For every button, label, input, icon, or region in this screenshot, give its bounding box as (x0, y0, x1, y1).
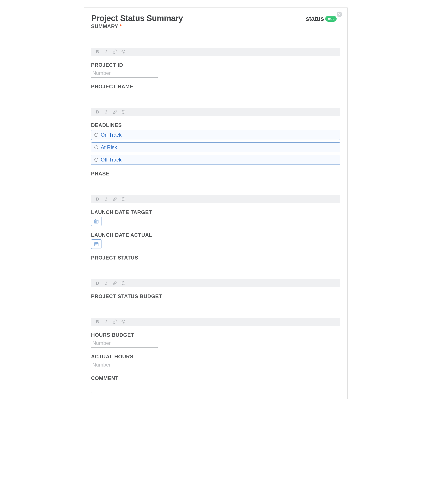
phase-input[interactable] (92, 178, 340, 195)
svg-point-0 (122, 50, 125, 54)
project-id-input[interactable] (91, 69, 158, 78)
svg-point-15 (123, 321, 123, 322)
emoji-button[interactable] (121, 197, 126, 201)
richtext-project-status-budget: B I (91, 301, 340, 326)
label-summary-text: SUMMARY (91, 23, 118, 29)
radio-icon (94, 158, 98, 162)
label-hours-budget: HOURS BUDGET (91, 332, 340, 338)
field-comment: COMMENT (91, 375, 340, 393)
radio-option-on-track[interactable]: On Track (91, 130, 340, 140)
actual-hours-input[interactable] (91, 361, 158, 369)
logo-badge: net (325, 16, 337, 22)
toolbar-project-name: B I (92, 108, 340, 116)
link-icon (113, 110, 117, 114)
label-actual-hours: ACTUAL HOURS (91, 354, 340, 360)
svg-point-3 (122, 110, 125, 114)
summary-input[interactable] (92, 31, 340, 48)
deadlines-radio-group: On Track At Risk Off Track (91, 130, 340, 165)
label-launch-target: LAUNCH DATE TARGET (91, 209, 340, 215)
field-phase: PHASE B I (91, 171, 340, 203)
svg-point-13 (124, 283, 124, 283)
calendar-icon (94, 219, 99, 224)
radio-label: Off Track (101, 157, 122, 163)
italic-button[interactable]: I (104, 110, 109, 114)
svg-point-1 (123, 51, 123, 52)
emoji-button[interactable] (121, 281, 126, 286)
svg-point-12 (123, 283, 123, 283)
bold-button[interactable]: B (95, 197, 100, 201)
link-button[interactable] (112, 197, 117, 201)
svg-point-5 (124, 111, 124, 112)
toolbar-phase: B I (92, 195, 340, 203)
svg-point-7 (123, 198, 123, 199)
bold-button[interactable]: B (95, 281, 100, 286)
field-summary: SUMMARY * B I (91, 23, 340, 56)
toolbar-summary: B I (92, 48, 340, 56)
field-launch-target: LAUNCH DATE TARGET (91, 209, 340, 226)
field-actual-hours: ACTUAL HOURS (91, 354, 340, 369)
toolbar-project-status: B I (92, 279, 340, 287)
project-status-input[interactable] (92, 262, 340, 279)
date-picker-target[interactable] (91, 217, 101, 226)
richtext-project-status: B I (91, 262, 340, 287)
field-project-id: PROJECT ID (91, 62, 340, 78)
link-icon (113, 197, 117, 201)
field-project-status: PROJECT STATUS B I (91, 255, 340, 287)
field-project-name: PROJECT NAME B I (91, 84, 340, 116)
label-phase: PHASE (91, 171, 340, 177)
svg-point-14 (122, 320, 125, 324)
field-project-status-budget: PROJECT STATUS BUDGET B I (91, 293, 340, 326)
radio-label: At Risk (101, 144, 117, 150)
label-project-id: PROJECT ID (91, 62, 340, 68)
link-button[interactable] (112, 281, 117, 286)
required-indicator: * (120, 23, 122, 29)
label-launch-actual: LAUNCH DATE ACTUAL (91, 232, 340, 238)
comment-input[interactable] (92, 383, 340, 393)
emoji-icon (121, 50, 126, 54)
calendar-icon (94, 242, 99, 247)
emoji-button[interactable] (121, 49, 126, 54)
label-project-status-budget: PROJECT STATUS BUDGET (91, 293, 340, 299)
richtext-summary: B I (91, 31, 340, 56)
link-button[interactable] (112, 319, 117, 324)
link-button[interactable] (112, 49, 117, 54)
svg-point-2 (124, 51, 124, 52)
link-icon (113, 281, 117, 285)
emoji-icon (121, 110, 126, 114)
svg-point-4 (123, 111, 123, 112)
date-picker-actual[interactable] (91, 239, 101, 249)
link-button[interactable] (112, 110, 117, 114)
svg-point-6 (122, 198, 125, 201)
label-project-status: PROJECT STATUS (91, 255, 340, 261)
emoji-icon (121, 320, 126, 324)
emoji-button[interactable] (121, 319, 126, 324)
logo-text: status (306, 15, 324, 22)
close-icon (338, 13, 341, 16)
project-status-budget-input[interactable] (92, 301, 340, 318)
radio-option-at-risk[interactable]: At Risk (91, 142, 340, 152)
emoji-button[interactable] (121, 110, 126, 114)
page-title: Project Status Summary (91, 14, 183, 23)
close-button[interactable] (337, 12, 342, 17)
svg-point-11 (122, 282, 125, 285)
italic-button[interactable]: I (104, 197, 109, 201)
richtext-comment (91, 383, 340, 393)
radio-icon (94, 145, 98, 149)
label-deadlines: DEADLINES (91, 122, 340, 128)
emoji-icon (121, 281, 126, 285)
hours-budget-input[interactable] (91, 339, 158, 348)
bold-button[interactable]: B (95, 319, 100, 324)
richtext-project-name: B I (91, 91, 340, 116)
field-deadlines: DEADLINES On Track At Risk Off Track (91, 122, 340, 165)
italic-button[interactable]: I (104, 49, 109, 54)
radio-option-off-track[interactable]: Off Track (91, 155, 340, 165)
radio-label: On Track (101, 132, 122, 138)
label-summary: SUMMARY * (91, 23, 340, 29)
radio-icon (94, 133, 98, 137)
toolbar-project-status-budget: B I (92, 318, 340, 326)
project-name-input[interactable] (92, 91, 340, 108)
bold-button[interactable]: B (95, 49, 100, 54)
bold-button[interactable]: B (95, 110, 100, 114)
italic-button[interactable]: I (104, 281, 109, 286)
italic-button[interactable]: I (104, 319, 109, 324)
